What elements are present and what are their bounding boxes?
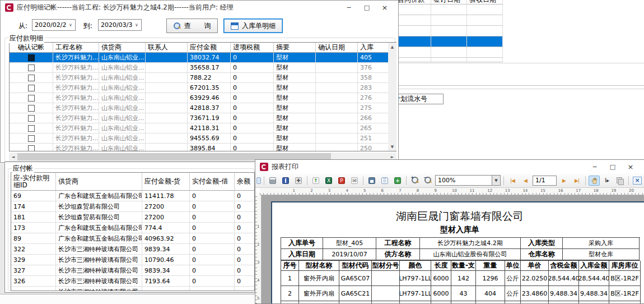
- minimize-button[interactable]: ─: [586, 161, 604, 172]
- export-icon[interactable]: ↑: [310, 176, 321, 186]
- column-header[interactable]: 余额: [235, 173, 255, 190]
- scroll-up-icon[interactable]: ▲: [388, 43, 396, 51]
- table-row[interactable]: 长沙万科魅力...山东南山铝业...42118.310型材265: [10, 123, 396, 133]
- last-page-button[interactable]: ▶|: [571, 176, 582, 186]
- close-preview-button[interactable]: ×: [632, 176, 643, 186]
- title-bar[interactable]: 报表打印 ─ □ ×: [255, 160, 644, 173]
- row-checkbox[interactable]: [28, 65, 35, 71]
- table-row[interactable]: 174长沙坦森贸易有限公司2720000: [11, 201, 254, 212]
- zoom-select[interactable]: 100% ▼: [435, 175, 501, 186]
- table-row[interactable]: 89广东合和建筑五金制品有限公司40963.9200: [11, 233, 254, 244]
- row-checkbox[interactable]: [28, 54, 35, 61]
- table-row[interactable]: 329长沙市三湘特种玻璃有限公司10790.4600: [11, 255, 254, 265]
- query-button[interactable]: 查 询: [166, 19, 218, 33]
- report-cell: [372, 271, 400, 286]
- table-row[interactable]: 长沙万科魅力...山东南山铝业...788.220型材358: [10, 73, 396, 83]
- table-row[interactable]: 长沙万科魅力...山东南山铝业...35658.170型材376: [10, 63, 396, 73]
- table-row[interactable]: 长沙万科魅力...山东南山铝业...42818.370型材275: [10, 103, 396, 113]
- book-icon[interactable]: [280, 176, 291, 186]
- table-row[interactable]: 长沙市三湘特种玻璃有限公司: [11, 287, 254, 291]
- chevron-down-icon[interactable]: ∨: [66, 22, 75, 27]
- row-checkbox[interactable]: [28, 75, 35, 81]
- preview-area[interactable]: 湖南巨晟门窗幕墙有限公司 型材入库单 入库单号型材_405工程名称长沙万科魅力之…: [262, 195, 644, 303]
- column-header[interactable]: 确认记帐: [10, 43, 53, 52]
- row-checkbox[interactable]: [28, 115, 35, 122]
- hand-tool-button[interactable]: [589, 176, 600, 186]
- table-row[interactable]: 173广东合和建筑五金制品有限公司774.400: [11, 223, 254, 233]
- table-row[interactable]: [395, 47, 503, 58]
- table-row[interactable]: 长沙万科魅力...山东南山铝业...3895.840型材250: [10, 144, 396, 151]
- column-header[interactable]: 应-实付款明细ID: [11, 173, 56, 190]
- row-checkbox[interactable]: [28, 135, 35, 142]
- cell: 0: [190, 255, 235, 265]
- vertical-scrollbar[interactable]: ▲ ▼: [388, 43, 396, 151]
- table-row[interactable]: 长沙万科魅力...山东南山铝业...67201.350型材283: [10, 83, 396, 93]
- cell: 67201.35: [188, 83, 231, 93]
- table-row[interactable]: [395, 15, 503, 26]
- table-row[interactable]: 322长沙市三湘特种玻璃有限公司9839.3400: [11, 244, 254, 255]
- close-button[interactable]: ×: [622, 161, 640, 172]
- column-header[interactable]: 摘要: [274, 43, 316, 52]
- export-pdf-icon[interactable]: P: [336, 176, 347, 186]
- export-mail-icon[interactable]: ✉: [349, 176, 360, 186]
- table-row[interactable]: [395, 36, 503, 47]
- save-icon[interactable]: [366, 176, 377, 186]
- table-row[interactable]: 181长沙坦森贸易有限公司2720000: [11, 212, 254, 223]
- export-excel-icon[interactable]: X: [323, 176, 334, 186]
- close-button[interactable]: ×: [376, 2, 394, 13]
- table-row[interactable]: 长沙万科魅力...山东南山铝业...73671.190型材266: [10, 113, 396, 123]
- zoom-out-icon[interactable]: −: [422, 176, 433, 186]
- maximize-button[interactable]: □: [604, 161, 622, 172]
- column-header[interactable]: 实付金额-借: [190, 173, 235, 190]
- column-header[interactable]: 联系人: [146, 43, 188, 52]
- row-checkbox[interactable]: [28, 125, 35, 132]
- header-label: 签订日期: [433, 0, 460, 4]
- from-date-picker[interactable]: 2020/02/29 ∨: [32, 19, 76, 31]
- column-header[interactable]: 确认日期: [316, 43, 358, 52]
- table-row[interactable]: 长沙万科魅力...山东南山铝业...38032.740型材405: [10, 53, 396, 63]
- maximize-button[interactable]: □: [358, 2, 376, 13]
- table-row[interactable]: 326长沙市三湘特种玻璃有限公司7193.6400: [11, 276, 254, 287]
- table-row[interactable]: 327长沙市三湘特种玻璃有限公司9839.3400: [11, 265, 254, 276]
- scroll-left-icon[interactable]: ◄: [9, 153, 17, 161]
- scroll-down-icon[interactable]: ▼: [388, 142, 396, 151]
- row-checkbox[interactable]: [28, 145, 35, 152]
- table-row[interactable]: 长沙万科魅力...山东南山铝业...63929.460型材276: [10, 93, 396, 103]
- table-row[interactable]: 长沙万科魅力...山东南山铝业...94555.690型材251: [10, 133, 396, 144]
- column-header[interactable]: 进项税额: [231, 43, 274, 52]
- minimize-button[interactable]: ─: [340, 2, 358, 13]
- to-date-picker[interactable]: 2020/03/31 ∨: [98, 19, 142, 31]
- print-icon[interactable]: [267, 176, 278, 186]
- chevron-down-icon[interactable]: ∨: [132, 22, 141, 27]
- column-header[interactable]: 供货商: [56, 173, 142, 190]
- column-header[interactable]: 工程名称: [53, 43, 99, 52]
- table-row[interactable]: 69广东合和建筑五金制品有限公司11411.7800: [11, 191, 254, 201]
- layout-icon[interactable]: [256, 176, 261, 186]
- zoom-in-icon[interactable]: +: [409, 176, 421, 186]
- document-icon[interactable]: [379, 176, 390, 186]
- page-number-input[interactable]: 1/1: [533, 176, 557, 186]
- table-row[interactable]: [395, 26, 503, 36]
- column-header[interactable]: 应付金额-货: [142, 173, 190, 190]
- cell: 276: [358, 93, 389, 103]
- column-header[interactable]: 供货商: [99, 43, 146, 52]
- cell: [142, 287, 190, 291]
- inbound-detail-button[interactable]: 入库单明细: [223, 19, 283, 33]
- next-page-button[interactable]: ▶: [558, 176, 570, 186]
- prev-page-button[interactable]: ◀: [520, 176, 531, 186]
- column-header[interactable]: 应付金额: [188, 43, 231, 52]
- row-checkbox[interactable]: [28, 95, 35, 102]
- cell: [431, 58, 467, 62]
- archive-icon[interactable]: +: [392, 176, 403, 186]
- row-checkbox[interactable]: [28, 85, 35, 91]
- row-checkbox[interactable]: [28, 105, 35, 112]
- table-row[interactable]: [395, 4, 503, 15]
- text-select-tool-button[interactable]: I▸: [601, 176, 613, 186]
- first-page-button[interactable]: |◀: [507, 176, 518, 186]
- column-header[interactable]: 入库: [358, 43, 389, 52]
- title-bar[interactable]: 应付明细记帐------当前工程: 长沙万科魅力之城4.2期------当前用户…: [1, 1, 398, 14]
- tools-icon[interactable]: ✚: [293, 176, 304, 186]
- copy-icon[interactable]: [614, 176, 626, 186]
- table-row[interactable]: [395, 58, 503, 62]
- dropdown-arrow-icon[interactable]: ▼: [492, 176, 500, 185]
